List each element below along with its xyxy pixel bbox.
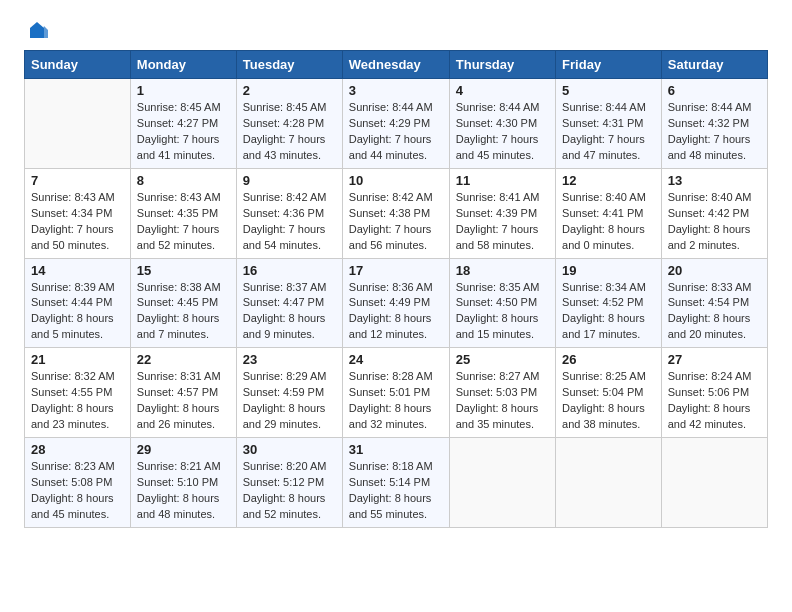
calendar-cell: [556, 438, 662, 528]
calendar-cell: 17Sunrise: 8:36 AMSunset: 4:49 PMDayligh…: [342, 258, 449, 348]
calendar-header-row: SundayMondayTuesdayWednesdayThursdayFrid…: [25, 51, 768, 79]
calendar-week-row: 21Sunrise: 8:32 AMSunset: 4:55 PMDayligh…: [25, 348, 768, 438]
day-info: Sunrise: 8:20 AMSunset: 5:12 PMDaylight:…: [243, 459, 336, 523]
calendar-cell: 28Sunrise: 8:23 AMSunset: 5:08 PMDayligh…: [25, 438, 131, 528]
day-number: 20: [668, 263, 761, 278]
calendar-cell: 29Sunrise: 8:21 AMSunset: 5:10 PMDayligh…: [130, 438, 236, 528]
day-info: Sunrise: 8:24 AMSunset: 5:06 PMDaylight:…: [668, 369, 761, 433]
day-info: Sunrise: 8:34 AMSunset: 4:52 PMDaylight:…: [562, 280, 655, 344]
day-info: Sunrise: 8:31 AMSunset: 4:57 PMDaylight:…: [137, 369, 230, 433]
calendar-cell: 15Sunrise: 8:38 AMSunset: 4:45 PMDayligh…: [130, 258, 236, 348]
day-number: 9: [243, 173, 336, 188]
day-number: 31: [349, 442, 443, 457]
day-info: Sunrise: 8:42 AMSunset: 4:36 PMDaylight:…: [243, 190, 336, 254]
day-number: 26: [562, 352, 655, 367]
day-number: 16: [243, 263, 336, 278]
day-number: 3: [349, 83, 443, 98]
weekday-header: Sunday: [25, 51, 131, 79]
day-number: 13: [668, 173, 761, 188]
day-info: Sunrise: 8:38 AMSunset: 4:45 PMDaylight:…: [137, 280, 230, 344]
calendar-cell: [661, 438, 767, 528]
day-number: 7: [31, 173, 124, 188]
day-number: 21: [31, 352, 124, 367]
day-info: Sunrise: 8:44 AMSunset: 4:30 PMDaylight:…: [456, 100, 549, 164]
day-number: 28: [31, 442, 124, 457]
day-info: Sunrise: 8:36 AMSunset: 4:49 PMDaylight:…: [349, 280, 443, 344]
day-info: Sunrise: 8:32 AMSunset: 4:55 PMDaylight:…: [31, 369, 124, 433]
day-info: Sunrise: 8:39 AMSunset: 4:44 PMDaylight:…: [31, 280, 124, 344]
calendar-cell: 12Sunrise: 8:40 AMSunset: 4:41 PMDayligh…: [556, 168, 662, 258]
calendar-cell: 1Sunrise: 8:45 AMSunset: 4:27 PMDaylight…: [130, 79, 236, 169]
calendar-cell: 18Sunrise: 8:35 AMSunset: 4:50 PMDayligh…: [449, 258, 555, 348]
calendar-cell: 13Sunrise: 8:40 AMSunset: 4:42 PMDayligh…: [661, 168, 767, 258]
day-number: 22: [137, 352, 230, 367]
calendar-cell: 22Sunrise: 8:31 AMSunset: 4:57 PMDayligh…: [130, 348, 236, 438]
day-info: Sunrise: 8:40 AMSunset: 4:41 PMDaylight:…: [562, 190, 655, 254]
calendar-cell: 4Sunrise: 8:44 AMSunset: 4:30 PMDaylight…: [449, 79, 555, 169]
day-info: Sunrise: 8:43 AMSunset: 4:34 PMDaylight:…: [31, 190, 124, 254]
calendar-cell: [449, 438, 555, 528]
day-info: Sunrise: 8:41 AMSunset: 4:39 PMDaylight:…: [456, 190, 549, 254]
calendar-cell: 25Sunrise: 8:27 AMSunset: 5:03 PMDayligh…: [449, 348, 555, 438]
calendar-week-row: 1Sunrise: 8:45 AMSunset: 4:27 PMDaylight…: [25, 79, 768, 169]
day-info: Sunrise: 8:44 AMSunset: 4:29 PMDaylight:…: [349, 100, 443, 164]
calendar-cell: 11Sunrise: 8:41 AMSunset: 4:39 PMDayligh…: [449, 168, 555, 258]
calendar-cell: 2Sunrise: 8:45 AMSunset: 4:28 PMDaylight…: [236, 79, 342, 169]
day-number: 14: [31, 263, 124, 278]
logo-icon: [26, 20, 48, 42]
day-info: Sunrise: 8:28 AMSunset: 5:01 PMDaylight:…: [349, 369, 443, 433]
day-number: 24: [349, 352, 443, 367]
day-number: 1: [137, 83, 230, 98]
weekday-header: Friday: [556, 51, 662, 79]
calendar-cell: 8Sunrise: 8:43 AMSunset: 4:35 PMDaylight…: [130, 168, 236, 258]
weekday-header: Tuesday: [236, 51, 342, 79]
page-header: [24, 20, 768, 42]
weekday-header: Thursday: [449, 51, 555, 79]
day-number: 5: [562, 83, 655, 98]
calendar-cell: 27Sunrise: 8:24 AMSunset: 5:06 PMDayligh…: [661, 348, 767, 438]
day-info: Sunrise: 8:42 AMSunset: 4:38 PMDaylight:…: [349, 190, 443, 254]
calendar-cell: 5Sunrise: 8:44 AMSunset: 4:31 PMDaylight…: [556, 79, 662, 169]
day-number: 8: [137, 173, 230, 188]
day-info: Sunrise: 8:23 AMSunset: 5:08 PMDaylight:…: [31, 459, 124, 523]
day-number: 15: [137, 263, 230, 278]
day-info: Sunrise: 8:45 AMSunset: 4:27 PMDaylight:…: [137, 100, 230, 164]
day-info: Sunrise: 8:44 AMSunset: 4:31 PMDaylight:…: [562, 100, 655, 164]
day-number: 30: [243, 442, 336, 457]
calendar-week-row: 28Sunrise: 8:23 AMSunset: 5:08 PMDayligh…: [25, 438, 768, 528]
calendar-cell: [25, 79, 131, 169]
day-info: Sunrise: 8:21 AMSunset: 5:10 PMDaylight:…: [137, 459, 230, 523]
calendar-cell: 26Sunrise: 8:25 AMSunset: 5:04 PMDayligh…: [556, 348, 662, 438]
calendar-cell: 6Sunrise: 8:44 AMSunset: 4:32 PMDaylight…: [661, 79, 767, 169]
calendar-cell: 23Sunrise: 8:29 AMSunset: 4:59 PMDayligh…: [236, 348, 342, 438]
day-number: 27: [668, 352, 761, 367]
weekday-header: Monday: [130, 51, 236, 79]
day-info: Sunrise: 8:25 AMSunset: 5:04 PMDaylight:…: [562, 369, 655, 433]
day-info: Sunrise: 8:40 AMSunset: 4:42 PMDaylight:…: [668, 190, 761, 254]
calendar-cell: 14Sunrise: 8:39 AMSunset: 4:44 PMDayligh…: [25, 258, 131, 348]
calendar-cell: 9Sunrise: 8:42 AMSunset: 4:36 PMDaylight…: [236, 168, 342, 258]
calendar-cell: 20Sunrise: 8:33 AMSunset: 4:54 PMDayligh…: [661, 258, 767, 348]
day-info: Sunrise: 8:29 AMSunset: 4:59 PMDaylight:…: [243, 369, 336, 433]
day-info: Sunrise: 8:44 AMSunset: 4:32 PMDaylight:…: [668, 100, 761, 164]
day-number: 19: [562, 263, 655, 278]
day-number: 11: [456, 173, 549, 188]
calendar-cell: 19Sunrise: 8:34 AMSunset: 4:52 PMDayligh…: [556, 258, 662, 348]
day-info: Sunrise: 8:33 AMSunset: 4:54 PMDaylight:…: [668, 280, 761, 344]
day-number: 4: [456, 83, 549, 98]
day-info: Sunrise: 8:45 AMSunset: 4:28 PMDaylight:…: [243, 100, 336, 164]
calendar-cell: 16Sunrise: 8:37 AMSunset: 4:47 PMDayligh…: [236, 258, 342, 348]
day-number: 25: [456, 352, 549, 367]
calendar-table: SundayMondayTuesdayWednesdayThursdayFrid…: [24, 50, 768, 528]
day-info: Sunrise: 8:37 AMSunset: 4:47 PMDaylight:…: [243, 280, 336, 344]
calendar-cell: 3Sunrise: 8:44 AMSunset: 4:29 PMDaylight…: [342, 79, 449, 169]
day-info: Sunrise: 8:35 AMSunset: 4:50 PMDaylight:…: [456, 280, 549, 344]
day-info: Sunrise: 8:43 AMSunset: 4:35 PMDaylight:…: [137, 190, 230, 254]
day-number: 17: [349, 263, 443, 278]
weekday-header: Wednesday: [342, 51, 449, 79]
calendar-week-row: 14Sunrise: 8:39 AMSunset: 4:44 PMDayligh…: [25, 258, 768, 348]
weekday-header: Saturday: [661, 51, 767, 79]
logo: [24, 20, 50, 42]
calendar-cell: 24Sunrise: 8:28 AMSunset: 5:01 PMDayligh…: [342, 348, 449, 438]
day-number: 10: [349, 173, 443, 188]
